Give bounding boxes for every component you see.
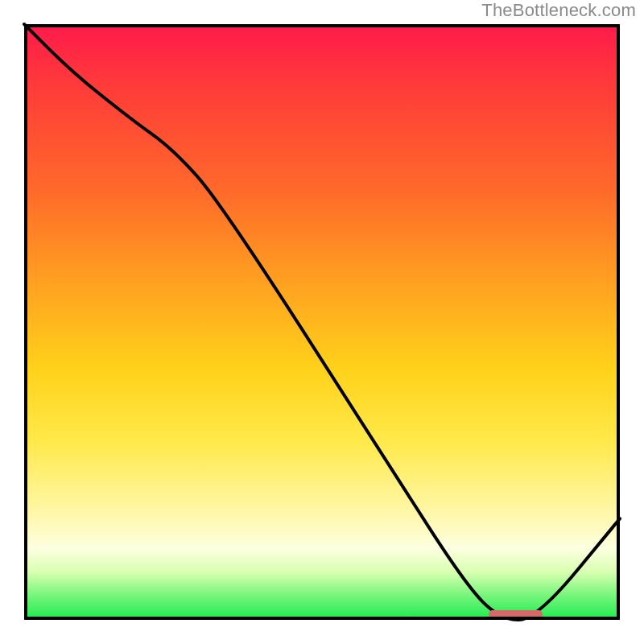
chart-optimum-marker [489, 610, 543, 618]
chart-plot-area [24, 24, 620, 620]
chart-line-layer [24, 24, 620, 620]
watermark-text: TheBottleneck.com [481, 0, 636, 21]
chart-curve [24, 24, 620, 620]
